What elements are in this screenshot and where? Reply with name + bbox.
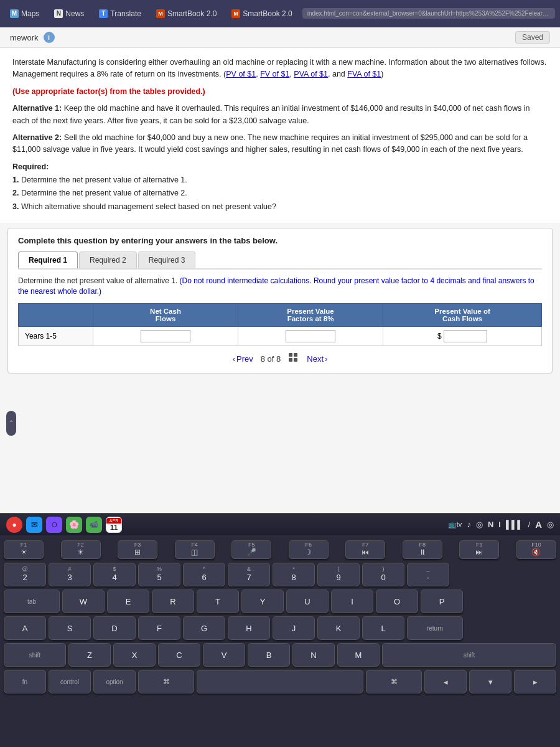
cell-pv-cash[interactable]: $ [383,326,542,345]
key-fn[interactable]: fn [4,670,46,693]
key-n[interactable]: N [292,643,335,667]
f2-key[interactable]: F2 ☀ [61,540,101,559]
key-control[interactable]: control [49,670,91,693]
key-b[interactable]: B [248,643,290,667]
voice-memo-icon[interactable]: ● [6,517,22,533]
input-pv-factor[interactable] [286,330,335,342]
photos-icon[interactable]: 🌸 [66,517,82,533]
f8-key[interactable]: F8 ⏸ [403,540,442,559]
key-space[interactable] [197,670,363,693]
f3-key[interactable]: F3 ⊞ [118,540,157,559]
key-o[interactable]: O [376,590,418,613]
key-d[interactable]: D [93,616,136,640]
key-r[interactable]: R [152,590,194,613]
input-pv-cash[interactable] [444,330,487,342]
key-2[interactable]: @ 2 [4,563,46,586]
key-f[interactable]: F [138,616,180,640]
launchpad-icon[interactable]: ⬡ [46,517,62,533]
signal-bars-icon[interactable]: ▌▌▌ [506,520,523,529]
key-shift-right[interactable]: shift [382,643,556,667]
key-6[interactable]: ^ 6 [183,563,225,586]
next-button[interactable]: Next › [307,354,327,364]
key-cmd-right[interactable]: ⌘ [366,670,422,693]
key-x[interactable]: X [113,643,156,667]
key-cmd-left[interactable]: ⌘ [138,670,194,693]
key-v[interactable]: V [203,643,245,667]
wifi-icon[interactable]: ◎ [547,520,554,529]
key-return[interactable]: return [407,616,463,640]
key-s[interactable]: S [49,616,91,640]
calendar-icon[interactable]: APR 11 [106,517,122,533]
key-h[interactable]: H [228,616,270,640]
cell-pv-factor[interactable] [238,326,383,345]
grid-view-icon[interactable] [288,352,299,365]
news-icon: N [54,9,63,18]
key-tab[interactable]: tab [4,590,60,613]
key-l[interactable]: L [362,616,404,640]
link-fv[interactable]: FV of $1 [260,70,289,78]
key-7[interactable]: & 7 [228,563,270,586]
info-icon[interactable]: i [44,32,55,43]
key-i[interactable]: I [331,590,373,613]
key-k[interactable]: K [317,616,360,640]
taskbar-right: 📺tv ♪ ◎ N I ▌▌▌ / A ◎ [448,519,554,530]
appletv-icon[interactable]: 📺tv [448,520,462,529]
link-pva[interactable]: PVA of $1 [294,70,328,78]
f1-key[interactable]: F1 ☀ [4,540,44,559]
url-bar[interactable]: index.html_con=con&external_browser=0&la… [302,8,555,19]
tab-maps[interactable]: M Maps [5,7,44,21]
f7-key[interactable]: F7 ⏮ [345,540,385,559]
key-minus[interactable]: _ - [407,563,449,586]
f9-key[interactable]: F9 ⏭ [459,540,499,559]
tab-required1[interactable]: Required 1 [18,251,78,268]
podcast-icon[interactable]: ◎ [476,520,483,529]
key-4[interactable]: $ 4 [93,563,136,586]
key-left[interactable]: ◂ [424,670,467,693]
use-note: (Use appropriate factor(s) from the tabl… [12,86,548,98]
f10-key[interactable]: F10 🔇 [516,540,556,559]
tab-news[interactable]: N News [49,7,89,21]
input-net-cash[interactable] [141,330,190,342]
facetime-icon[interactable]: 📹 [86,517,102,533]
key-9[interactable]: ( 9 [317,563,360,586]
tab-required2[interactable]: Required 2 [79,251,137,268]
key-y[interactable]: Y [241,590,284,613]
cell-net-cash[interactable] [93,326,238,345]
key-shift-left[interactable]: shift [4,643,66,667]
tab-translate[interactable]: T Translate [94,7,146,21]
font-icon[interactable]: I [498,520,501,529]
music-icon[interactable]: ♪ [467,520,471,529]
key-e[interactable]: E [107,590,149,613]
key-p[interactable]: P [421,590,463,613]
key-t[interactable]: T [197,590,239,613]
key-3[interactable]: # 3 [49,563,91,586]
key-5[interactable]: % 5 [138,563,180,586]
key-option[interactable]: option [93,670,136,693]
news-status-icon[interactable]: N [488,520,493,529]
link-fva[interactable]: FVA of $1 [347,70,381,78]
key-g[interactable]: G [183,616,225,640]
tab-required3[interactable]: Required 3 [138,251,196,268]
key-0[interactable]: ) 0 [362,563,404,586]
key-c[interactable]: C [158,643,200,667]
key-down[interactable]: ▾ [469,670,511,693]
key-w[interactable]: W [62,590,105,613]
key-m[interactable]: M [337,643,380,667]
key-a[interactable]: A [4,616,46,640]
f4-key[interactable]: F4 ◫ [175,540,215,559]
f5-key[interactable]: F5 🎤 [231,540,271,559]
key-8[interactable]: * 8 [273,563,315,586]
tab-smartbook2[interactable]: M SmartBook 2.0 [226,7,297,21]
key-z[interactable]: Z [68,643,111,667]
slash-icon[interactable]: / [528,520,531,529]
key-right[interactable]: ▸ [514,670,556,693]
link-pv[interactable]: PV of $1 [226,70,256,78]
prev-button[interactable]: ‹ Prev [233,354,253,364]
key-u[interactable]: U [286,590,329,613]
scroll-indicator[interactable]: ⌃ [6,411,16,436]
tab-smartbook1[interactable]: M SmartBook 2.0 [151,7,222,21]
font-a-icon[interactable]: A [535,519,542,530]
key-j[interactable]: J [273,616,315,640]
f6-key[interactable]: F6 ☽ [289,540,329,559]
mail-icon[interactable]: ✉ [26,517,42,533]
